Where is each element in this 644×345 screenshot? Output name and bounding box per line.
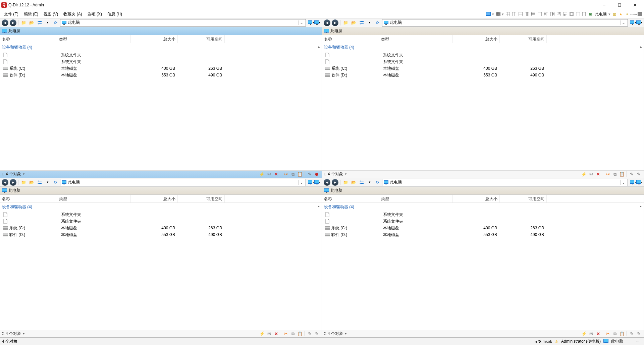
edit-icon[interactable]: ✎ <box>629 331 635 337</box>
breadcrumb-bar[interactable]: 此电脑 <box>322 27 644 35</box>
forward-button[interactable]: ► <box>331 19 339 26</box>
col-name[interactable]: 名称 <box>322 35 379 43</box>
list-item[interactable]: 系统 (C:)本地磁盘400 GB263 GB <box>322 225 644 231</box>
mail-icon[interactable]: ✉ <box>588 171 594 177</box>
paste-icon[interactable]: 📋 <box>297 331 303 337</box>
open-folder-button[interactable]: 📂 <box>28 179 35 186</box>
group-header[interactable]: 设备和驱动器 (4) <box>0 43 322 52</box>
breadcrumb-bar[interactable]: 此电脑 <box>0 27 322 35</box>
breadcrumb-bar[interactable]: 此电脑 <box>0 187 322 195</box>
list-item[interactable]: 系统文件夹 <box>0 58 322 65</box>
col-size[interactable]: 总大小 <box>453 35 500 43</box>
layout-d-icon[interactable] <box>524 11 530 17</box>
col-type[interactable]: 类型 <box>57 195 131 203</box>
layout-m-icon[interactable] <box>581 11 587 17</box>
pane-switch-1[interactable]: ▾ <box>630 20 636 25</box>
address-dropdown[interactable]: ⌄ <box>298 180 304 185</box>
menu-view[interactable]: 视图 (V) <box>41 10 61 18</box>
col-size[interactable]: 总大小 <box>131 195 178 203</box>
view-dropdown[interactable]: ▼ <box>44 179 51 186</box>
copy-icon[interactable]: ⧉ <box>612 171 618 177</box>
refresh-button[interactable]: ⟳ <box>374 19 381 26</box>
menu-edit[interactable]: 编辑 (E) <box>21 10 41 18</box>
back-button[interactable]: ◄ <box>1 19 9 26</box>
breadcrumb-bar[interactable]: 此电脑 <box>322 187 644 195</box>
layout-j-icon[interactable] <box>562 11 568 17</box>
list-item[interactable]: 软件 (D:)本地磁盘553 GB490 GB <box>322 231 644 238</box>
layout-c-icon[interactable] <box>518 11 523 17</box>
back-button[interactable]: ◄ <box>323 179 331 186</box>
col-name[interactable]: 名称 <box>0 35 57 43</box>
address-bar[interactable]: 此电脑 ⌄ <box>382 179 628 186</box>
collapse-icon[interactable]: ▴ <box>318 45 320 48</box>
file-list[interactable]: 设备和驱动器 (4) ▴ 系统文件夹系统文件夹系统 (C:)本地磁盘400 GB… <box>322 43 644 170</box>
layout-4-icon[interactable] <box>495 11 501 17</box>
view-options-button[interactable] <box>358 19 365 26</box>
edit-icon[interactable]: ✎ <box>307 171 313 177</box>
collapse-icon[interactable]: ▴ <box>640 204 642 208</box>
file-list[interactable]: 设备和驱动器 (4) ▴ 系统文件夹系统文件夹系统 (C:)本地磁盘400 GB… <box>0 43 322 170</box>
location-dropdown-label[interactable]: 此电脑 <box>594 11 607 17</box>
refresh-button[interactable]: ⟳ <box>374 179 381 186</box>
edit2-icon[interactable]: ✎ <box>314 331 320 337</box>
menu-info[interactable]: 信息 (H) <box>105 10 125 18</box>
address-dropdown[interactable]: ⌄ <box>620 20 626 25</box>
delete-icon[interactable]: ✕ <box>595 331 601 337</box>
refresh-button[interactable]: ⟳ <box>52 19 59 26</box>
col-free[interactable]: 可用空间 <box>500 195 547 203</box>
layout-a-icon[interactable] <box>505 11 511 17</box>
forward-button[interactable]: ► <box>331 179 339 186</box>
zoom-icon[interactable]: zoom <box>631 11 636 17</box>
col-size[interactable]: 总大小 <box>453 195 500 203</box>
status-dropdown[interactable]: ▼ <box>344 173 347 176</box>
pane-switch-2[interactable]: ▾ <box>314 20 320 25</box>
address-bar[interactable]: 此电脑 ⌄ <box>382 19 628 26</box>
group-header[interactable]: 设备和驱动器 (4) <box>322 203 644 211</box>
view-dropdown[interactable]: ▼ <box>44 19 51 26</box>
layout-1-icon[interactable] <box>485 11 491 17</box>
menu-favorites[interactable]: 收藏夹 (A) <box>61 10 85 18</box>
list-item[interactable]: 系统 (C:)本地磁盘400 GB263 GB <box>0 225 322 231</box>
status-dropdown[interactable]: ▼ <box>344 332 347 335</box>
file-list[interactable]: 设备和驱动器 (4) ▴ 系统文件夹系统文件夹系统 (C:)本地磁盘400 GB… <box>0 203 322 330</box>
list-item[interactable]: 系统 (C:)本地磁盘400 GB263 GB <box>322 65 644 72</box>
filter-icon[interactable]: ⚡ <box>581 171 587 177</box>
status-dropdown[interactable]: ▼ <box>22 332 25 335</box>
delete-icon[interactable]: ✕ <box>595 171 601 177</box>
paste-icon[interactable]: 📋 <box>619 171 625 177</box>
close-button[interactable] <box>627 0 643 10</box>
address-bar[interactable]: 此电脑 ⌄ <box>60 19 306 26</box>
view-dropdown[interactable]: ▼ <box>366 19 373 26</box>
mail-icon[interactable]: ✉ <box>266 331 272 337</box>
pane-single-icon[interactable] <box>637 11 643 17</box>
collapse-icon[interactable]: ▴ <box>318 204 320 208</box>
filter-icon[interactable]: ⚡ <box>581 331 587 337</box>
folder-button[interactable]: 📁 <box>20 19 27 26</box>
minimize-button[interactable] <box>596 0 612 10</box>
pane-switch-2[interactable]: ▾ <box>314 180 320 185</box>
folder-button[interactable]: 📁 <box>342 179 349 186</box>
open-folder-button[interactable]: 📂 <box>350 19 357 26</box>
edit2-icon[interactable]: ✎ <box>636 171 642 177</box>
back-button[interactable]: ◄ <box>323 19 331 26</box>
col-type[interactable]: 类型 <box>379 195 453 203</box>
mail-icon[interactable]: ✉ <box>266 171 272 177</box>
paste-icon[interactable]: 📋 <box>297 171 303 177</box>
maximize-button[interactable] <box>612 0 627 10</box>
view-options-button[interactable] <box>36 179 43 186</box>
list-item[interactable]: 系统文件夹 <box>322 211 644 218</box>
col-free[interactable]: 可用空间 <box>178 35 225 43</box>
open-folder-button[interactable]: 📂 <box>28 19 35 26</box>
cut-icon[interactable]: ✂ <box>605 171 611 177</box>
list-item[interactable]: 系统文件夹 <box>322 218 644 225</box>
record-icon[interactable]: ⏺ <box>314 171 320 177</box>
layout-e-icon[interactable] <box>530 11 536 17</box>
list-item[interactable]: 系统文件夹 <box>0 52 322 58</box>
list-item[interactable]: 系统文件夹 <box>322 58 644 65</box>
pane-switch-1[interactable]: ▾ <box>308 180 314 185</box>
layout-k-icon[interactable] <box>569 11 574 17</box>
address-bar[interactable]: 此电脑 ⌄ <box>60 179 306 186</box>
menu-file[interactable]: 文件 (F) <box>1 10 21 18</box>
pane-switch-1[interactable]: ▾ <box>308 20 314 25</box>
layout-i-icon[interactable] <box>556 11 561 17</box>
